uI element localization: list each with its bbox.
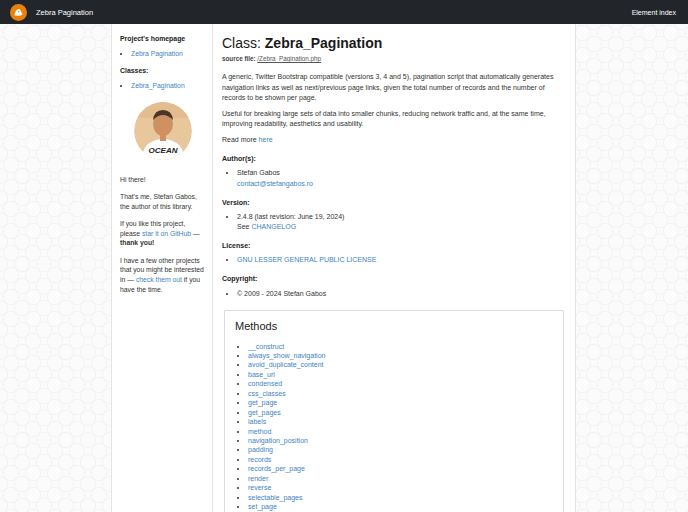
version-list: 2.4.8 (last revision: June 19, 2024) See… xyxy=(222,212,566,232)
version-see-text: See xyxy=(237,223,249,230)
sidebar-class-link[interactable]: Zebra_Pagination xyxy=(131,82,185,89)
classes-list: Zebra_Pagination xyxy=(120,81,205,91)
avatar-shirt-text: OCEAN xyxy=(148,146,177,155)
license-link[interactable]: GNU LESSER GENERAL PUBLIC LICENSE xyxy=(237,256,376,263)
method-list-item: css_classes xyxy=(248,389,553,398)
copyright-heading: Copyright: xyxy=(222,274,566,284)
method-link[interactable]: css_classes xyxy=(248,390,286,397)
method-list-item: method xyxy=(248,427,553,436)
method-list-item: __construct xyxy=(248,342,553,351)
source-file-link[interactable]: /Zebra_Pagination.php xyxy=(257,55,321,62)
method-list-item: get_pages xyxy=(248,408,553,417)
method-list-item: set_page xyxy=(248,502,553,511)
read-more-text: Read more xyxy=(222,136,257,143)
method-link[interactable]: base_url xyxy=(248,371,275,378)
dash-text: — xyxy=(193,230,200,237)
author-item: Stefan Gabos contact@stefangabos.ro xyxy=(237,168,566,188)
method-list-item: render xyxy=(248,474,553,483)
method-link[interactable]: labels xyxy=(248,418,266,425)
sidebar-intro: That's me, Stefan Gabos, the author of t… xyxy=(120,192,205,211)
authors-list: Stefan Gabos contact@stefangabos.ro xyxy=(222,168,566,188)
intro-paragraph-2: Useful for breaking large sets of data i… xyxy=(222,109,566,129)
author-avatar: OCEAN xyxy=(134,102,192,160)
method-list-item: labels xyxy=(248,417,553,426)
zebra-logo-icon[interactable] xyxy=(10,4,27,21)
read-more-link[interactable]: here xyxy=(259,136,273,143)
main-content: Class: Zebra_Pagination source file: /Ze… xyxy=(213,24,575,512)
sidebar-homepage-link[interactable]: Zebra Pagination xyxy=(131,50,183,57)
homepage-list: Zebra Pagination xyxy=(120,49,205,59)
sidebar-greeting: Hi there! xyxy=(120,175,205,185)
page-title: Class: Zebra_Pagination xyxy=(222,33,566,53)
methods-list: __constructalways_show_navigationavoid_d… xyxy=(235,342,553,512)
element-index-link[interactable]: Element index xyxy=(632,9,676,16)
version-heading: Version: xyxy=(222,198,566,208)
classes-heading: Classes: xyxy=(120,66,205,76)
top-navbar: Zebra Pagination Element index xyxy=(0,0,688,24)
method-link[interactable]: set_page xyxy=(248,503,277,510)
method-list-item: condensed xyxy=(248,379,553,388)
brand-link[interactable]: Zebra Pagination xyxy=(36,8,93,17)
copyright-item: © 2009 - 2024 Stefan Gabos xyxy=(237,289,566,299)
method-list-item: reverse xyxy=(248,483,553,492)
method-link[interactable]: padding xyxy=(248,446,273,453)
avatar-wrap: OCEAN xyxy=(120,102,205,163)
method-list-item: get_page xyxy=(248,398,553,407)
copyright-list: © 2009 - 2024 Stefan Gabos xyxy=(222,289,566,299)
homepage-heading: Project's homepage xyxy=(120,34,205,44)
sidebar: Project's homepage Zebra Pagination Clas… xyxy=(112,24,213,512)
method-link[interactable]: method xyxy=(248,428,271,435)
method-list-item: avoid_duplicate_content xyxy=(248,360,553,369)
copyright-value: © 2009 - 2024 Stefan Gabos xyxy=(237,290,326,297)
method-link[interactable]: condensed xyxy=(248,380,282,387)
version-item: 2.4.8 (last revision: June 19, 2024) See… xyxy=(237,212,566,232)
method-link[interactable]: selectable_pages xyxy=(248,494,303,501)
method-list-item: records_per_page xyxy=(248,464,553,473)
authors-heading: Author(s): xyxy=(222,154,566,164)
method-list-item: base_url xyxy=(248,370,553,379)
author-name: Stefan Gabos xyxy=(237,169,280,176)
author-email-link[interactable]: contact@stefangabos.ro xyxy=(237,180,313,187)
method-link[interactable]: avoid_duplicate_content xyxy=(248,361,324,368)
list-item: Zebra_Pagination xyxy=(131,81,205,91)
method-link[interactable]: __construct xyxy=(248,343,284,350)
method-link[interactable]: always_show_navigation xyxy=(248,352,325,359)
other-projects-link[interactable]: check them out xyxy=(136,276,182,283)
version-value: 2.4.8 (last revision: June 19, 2024) xyxy=(237,213,344,220)
sidebar-star-paragraph: If you like this project, please star it… xyxy=(120,219,205,248)
method-link[interactable]: records xyxy=(248,456,271,463)
license-heading: License: xyxy=(222,241,566,251)
title-class-name: Zebra_Pagination xyxy=(265,35,382,51)
list-item: Zebra Pagination xyxy=(131,49,205,59)
method-link[interactable]: render xyxy=(248,475,268,482)
page-wrapper: Project's homepage Zebra Pagination Clas… xyxy=(111,24,576,512)
methods-heading: Methods xyxy=(235,319,553,335)
thank-you-text: thank you! xyxy=(120,239,154,246)
changelog-link[interactable]: CHANGELOG xyxy=(251,223,296,230)
license-list: GNU LESSER GENERAL PUBLIC LICENSE xyxy=(222,255,566,265)
method-link[interactable]: get_page xyxy=(248,399,277,406)
method-list-item: records xyxy=(248,455,553,464)
method-link[interactable]: navigation_position xyxy=(248,437,308,444)
sidebar-projects-paragraph: I have a few other projects that you mig… xyxy=(120,256,205,294)
github-star-link[interactable]: star it on GitHub xyxy=(142,230,191,237)
method-list-item: selectable_pages xyxy=(248,493,553,502)
method-link[interactable]: records_per_page xyxy=(248,465,305,472)
method-list-item: always_show_navigation xyxy=(248,351,553,360)
license-item: GNU LESSER GENERAL PUBLIC LICENSE xyxy=(237,255,566,265)
method-link[interactable]: get_pages xyxy=(248,409,281,416)
source-file-line: source file: /Zebra_Pagination.php xyxy=(222,54,566,63)
read-more-paragraph: Read more here xyxy=(222,135,566,145)
source-file-label: source file: xyxy=(222,55,256,62)
method-list-item: padding xyxy=(248,445,553,454)
method-link[interactable]: reverse xyxy=(248,484,271,491)
intro-paragraph-1: A generic, Twitter Bootstrap compatible … xyxy=(222,72,566,102)
title-prefix: Class: xyxy=(222,35,261,51)
methods-summary-box: Methods __constructalways_show_navigatio… xyxy=(224,310,564,512)
method-list-item: navigation_position xyxy=(248,436,553,445)
